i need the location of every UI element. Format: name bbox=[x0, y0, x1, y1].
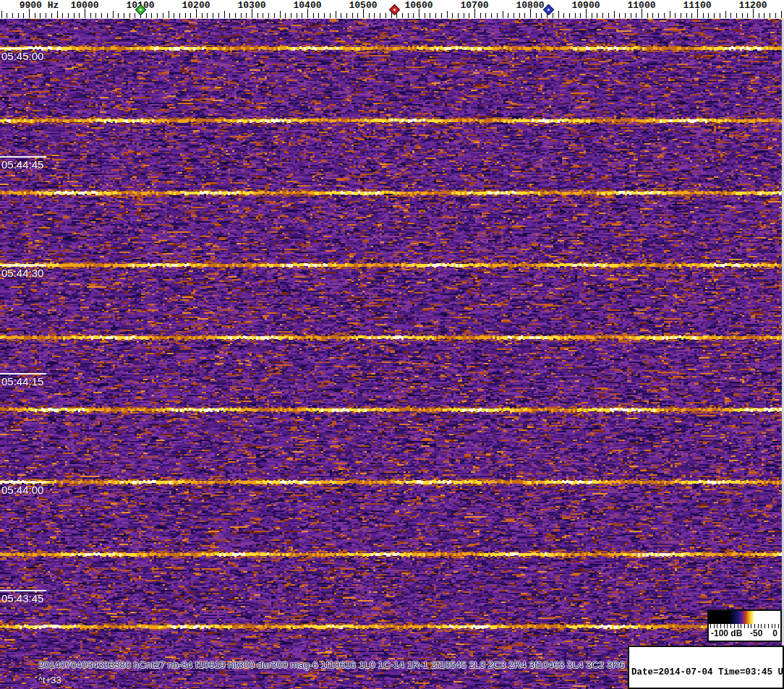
axis-tick bbox=[380, 13, 380, 18]
time-label: 05:44:30 bbox=[1, 267, 43, 279]
axis-label-10700: 10700 bbox=[460, 0, 488, 11]
axis-tick bbox=[57, 11, 58, 18]
axis-tick bbox=[374, 13, 375, 18]
axis-label-10300: 10300 bbox=[237, 0, 265, 11]
time-tick bbox=[0, 265, 46, 266]
axis-tick bbox=[408, 13, 409, 18]
axis-tick bbox=[647, 13, 648, 18]
axis-tick bbox=[151, 13, 152, 18]
axis-tick bbox=[246, 13, 247, 18]
axis-tick bbox=[464, 13, 464, 18]
colorbar-label-mid: -50 bbox=[750, 628, 762, 638]
axis-label-11000: 11000 bbox=[627, 0, 655, 11]
time-tick bbox=[0, 48, 46, 49]
axis-label-10800: 10800 bbox=[516, 0, 544, 11]
axis-tick bbox=[608, 13, 609, 18]
time-tick bbox=[0, 373, 46, 375]
axis-tick bbox=[681, 13, 681, 18]
axis-tick bbox=[157, 13, 158, 18]
axis-tick bbox=[781, 11, 782, 18]
axis-tick bbox=[580, 13, 581, 18]
axis-tick bbox=[508, 13, 508, 18]
axis-tick bbox=[336, 11, 336, 18]
axis-tick bbox=[541, 13, 542, 18]
axis-tick bbox=[146, 13, 147, 18]
spectrogram-app-window: 9900 Hz100001010010200103001040010500106… bbox=[0, 0, 784, 689]
axis-tick bbox=[725, 11, 726, 18]
axis-tick bbox=[597, 13, 597, 18]
axis-tick bbox=[675, 13, 676, 18]
axis-tick bbox=[207, 13, 208, 18]
axis-tick bbox=[291, 13, 291, 18]
axis-tick bbox=[51, 13, 52, 18]
axis-tick bbox=[602, 13, 603, 18]
axis-tick bbox=[23, 13, 24, 18]
axis-tick bbox=[536, 13, 537, 18]
axis-tick bbox=[664, 13, 665, 18]
axis-tick bbox=[18, 13, 19, 18]
axis-tick bbox=[563, 13, 564, 18]
time-tick bbox=[0, 590, 46, 591]
observation-info-box: Date=2014-07-04 Time=03:45 UTC Freq=143 … bbox=[628, 646, 784, 689]
axis-tick bbox=[313, 13, 314, 18]
axis-tick bbox=[730, 13, 731, 18]
axis-label-10900: 10900 bbox=[571, 0, 600, 11]
axis-tick bbox=[458, 13, 459, 18]
axis-tick bbox=[491, 13, 492, 18]
time-label: 05:44:15 bbox=[1, 375, 43, 388]
axis-tick bbox=[185, 13, 186, 18]
axis-tick bbox=[658, 13, 659, 18]
axis-tick bbox=[7, 13, 7, 18]
colorbar-label-max: 0 bbox=[772, 628, 777, 638]
axis-tick bbox=[12, 13, 13, 18]
detection-caption: 20140704034333380 hCnt27 nb-84 f10619 hi… bbox=[38, 659, 625, 670]
axis-tick bbox=[764, 13, 764, 18]
axis-tick bbox=[135, 13, 135, 18]
axis-tick bbox=[759, 13, 759, 18]
axis-tick bbox=[385, 13, 386, 18]
axis-tick bbox=[95, 13, 96, 18]
axis-tick bbox=[703, 13, 704, 18]
axis-tick bbox=[558, 11, 559, 18]
axis-tick bbox=[485, 13, 486, 18]
axis-tick bbox=[202, 13, 203, 18]
axis-tick bbox=[68, 13, 69, 18]
axis-tick bbox=[324, 13, 325, 18]
axis-tick bbox=[190, 13, 191, 18]
axis-tick bbox=[447, 11, 448, 18]
axis-label-11100: 11100 bbox=[683, 0, 711, 11]
axis-tick bbox=[497, 13, 498, 18]
time-label: 05:44:00 bbox=[1, 484, 43, 496]
axis-tick bbox=[747, 13, 748, 18]
axis-tick bbox=[652, 13, 653, 18]
axis-tick bbox=[274, 13, 275, 18]
axis-tick bbox=[163, 13, 163, 18]
axis-tick bbox=[113, 11, 114, 18]
axis-tick bbox=[35, 13, 35, 18]
axis-tick bbox=[241, 13, 242, 18]
time-tick bbox=[0, 156, 46, 158]
axis-tick bbox=[341, 13, 341, 18]
marker-center-dot bbox=[139, 8, 142, 11]
axis-tick bbox=[118, 13, 119, 18]
axis-tick bbox=[770, 13, 770, 18]
axis-tick bbox=[369, 13, 370, 18]
axis-tick bbox=[346, 13, 347, 18]
axis-tick bbox=[708, 13, 709, 18]
axis-tick bbox=[169, 11, 169, 18]
info-date-time: Date=2014-07-04 Time=03:45 UTC bbox=[631, 668, 780, 678]
axis-tick bbox=[575, 13, 576, 18]
axis-tick bbox=[714, 13, 715, 18]
colorbar-gradient bbox=[709, 611, 780, 624]
axis-tick bbox=[62, 13, 63, 18]
axis-tick bbox=[285, 13, 286, 18]
axis-label-10400: 10400 bbox=[293, 0, 321, 11]
time-label: 05:44:45 bbox=[1, 158, 43, 171]
time-label: 05:45:00 bbox=[1, 50, 43, 62]
axis-tick bbox=[224, 11, 225, 18]
axis-tick bbox=[179, 13, 180, 18]
axis-tick bbox=[441, 13, 442, 18]
axis-tick bbox=[742, 13, 743, 18]
axis-tick bbox=[614, 11, 615, 18]
axis-tick bbox=[569, 13, 570, 18]
